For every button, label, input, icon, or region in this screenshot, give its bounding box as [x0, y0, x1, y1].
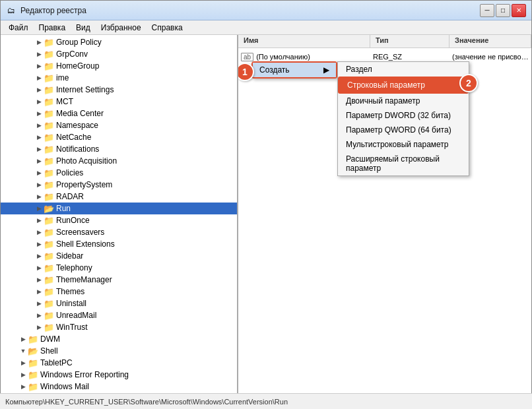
folder-icon: 📁 [44, 49, 54, 59]
folder-icon: 📁 [44, 179, 54, 190]
step-2-circle: 2 [459, 74, 478, 92]
tree-item-dwm[interactable]: ▶ 📁 DWM [1, 333, 237, 345]
menu-help[interactable]: Справка [147, 22, 188, 34]
folder-icon: 📁 [44, 132, 54, 142]
tree-item-photo-acquisition[interactable]: ▶ 📁 Photo Acquisition [1, 155, 237, 167]
folder-icon: 📁 [44, 310, 54, 321]
folder-icon: 📁 [44, 191, 54, 202]
tree-item-homegroup[interactable]: ▶ 📁 HomeGroup [1, 60, 237, 72]
tree-item-runonce[interactable]: ▶ 📁 RunOnce [1, 214, 237, 226]
folder-icon: 📁 [28, 369, 38, 380]
tree-item-mct[interactable]: ▶ 📁 MCT [1, 96, 237, 108]
folder-icon: 📁 [44, 239, 54, 249]
folder-icon: 📁 [44, 227, 54, 237]
folder-icon: 📁 [44, 73, 54, 83]
tree-item-shell[interactable]: ▼ 📂 Shell [1, 345, 237, 357]
minimize-button[interactable]: ─ [480, 4, 494, 17]
menu-favorites[interactable]: Избранное [96, 22, 147, 34]
submenu-item-expandable-param[interactable]: Расширяемый строковый параметр [338, 152, 469, 175]
reg-type-cell: REG_SZ [373, 53, 452, 61]
col-header-name: Имя [238, 35, 370, 47]
right-pane: Имя Тип Значение ab (По умолчанию) REG_S… [238, 35, 531, 394]
reg-value-cell: (значение не присвоено [452, 53, 529, 61]
folder-icon: 📁 [44, 84, 54, 95]
col-header-value: Значение [449, 35, 531, 47]
tree-item-thememanager[interactable]: ▶ 📁 ThemeManager [1, 274, 237, 286]
folder-icon: 📁 [44, 156, 54, 166]
tree-item-shell-extensions[interactable]: ▶ 📁 Shell Extensions [1, 238, 237, 250]
submenu-item-string-param[interactable]: Строковый параметр [338, 77, 469, 94]
step-1-circle: 1 [238, 63, 254, 81]
maximize-button[interactable]: □ [496, 4, 510, 17]
folder-icon: 📁 [44, 298, 54, 309]
submenu-item-multistring-param[interactable]: Мультистроковый параметр [338, 137, 469, 152]
tree-pane[interactable]: ▶ 📁 Group Policy ▶ 📁 GrpConv ▶ 📁 HomeGro… [1, 35, 238, 394]
tree-item-namespace[interactable]: ▶ 📁 Namespace [1, 119, 237, 131]
create-menu-item[interactable]: Создать ▶ [253, 63, 336, 77]
tree-item-screensavers[interactable]: ▶ 📁 Screensavers [1, 226, 237, 238]
submenu-item-qword-param[interactable]: Параметр QWORD (64 бита) [338, 123, 469, 137]
tree-item-propertysystem[interactable]: ▶ 📁 PropertySystem [1, 179, 237, 191]
app-icon: 🗂 [6, 5, 17, 16]
folder-icon: 📁 [44, 322, 54, 332]
tree-item-grpconv[interactable]: ▶ 📁 GrpConv [1, 48, 237, 60]
tree-item-media-center[interactable]: ▶ 📁 Media Center [1, 108, 237, 119]
folder-icon: 📁 [28, 381, 38, 392]
submenu-item-razdel[interactable]: Раздел [338, 62, 469, 77]
create-menu: Создать ▶ [251, 61, 337, 79]
tree-item-group-policy[interactable]: ▶ 📁 Group Policy [1, 36, 237, 48]
window-title: Редактор реестра [20, 6, 480, 15]
tree-item-themes[interactable]: ▶ 📁 Themes [1, 286, 237, 298]
status-bar: Компьютер\HKEY_CURRENT_USER\Software\Mic… [0, 393, 532, 409]
tree-item-tabletpc[interactable]: ▶ 📁 TabletPC [1, 357, 237, 369]
col-header-type: Тип [370, 35, 449, 47]
tree-item-unreadmail[interactable]: ▶ 📁 UnreadMail [1, 309, 237, 321]
tree-item-ime[interactable]: ▶ 📁 ime [1, 72, 237, 84]
folder-icon: 📂 [44, 203, 54, 214]
folder-icon: 📁 [44, 120, 54, 131]
status-path: Компьютер\HKEY_CURRENT_USER\Software\Mic… [5, 398, 288, 406]
folder-icon: 📁 [44, 286, 54, 297]
tree-item-windows-mail[interactable]: ▶ 📁 Windows Mail [1, 381, 237, 393]
tree-item-internet-settings[interactable]: ▶ 📁 Internet Settings [1, 84, 237, 96]
submenu-item-binary-param[interactable]: Двоичный параметр [338, 94, 469, 108]
column-headers: Имя Тип Значение [238, 35, 531, 48]
folder-icon: 📂 [28, 346, 38, 356]
close-button[interactable]: ✕ [512, 4, 526, 17]
tree-item-telephony[interactable]: ▶ 📁 Telephony [1, 262, 237, 274]
expand-icon: ▶ [35, 38, 43, 46]
submenu-arrow-icon: ▶ [323, 65, 329, 75]
folder-icon: 📁 [44, 251, 54, 261]
folder-icon: 📁 [44, 61, 54, 71]
folder-icon: 📁 [44, 108, 54, 119]
folder-icon: 📁 [44, 37, 54, 47]
submenu-item-dword-param[interactable]: Параметр DWORD (32 бита) [338, 108, 469, 123]
tree-item-wintrust[interactable]: ▶ 📁 WinTrust [1, 321, 237, 333]
submenu: 2 Раздел Строковый параметр Двоичный пар… [337, 61, 469, 176]
reg-name-cell: ab (По умолчанию) [241, 53, 373, 61]
tree-item-netcache[interactable]: ▶ 📁 NetCache [1, 131, 237, 143]
tree-item-policies[interactable]: ▶ 📁 Policies [1, 167, 237, 179]
menu-view[interactable]: Вид [71, 22, 96, 34]
main-content: ▶ 📁 Group Policy ▶ 📁 GrpConv ▶ 📁 HomeGro… [1, 35, 531, 394]
folder-icon: 📁 [44, 263, 54, 273]
tree-item-sidebar[interactable]: ▶ 📁 Sidebar [1, 250, 237, 262]
folder-icon: 📁 [44, 274, 54, 285]
menu-file[interactable]: Файл [3, 22, 34, 34]
context-menu-overlay: 1 Создать ▶ 2 Раздел Строковый па [245, 61, 337, 79]
folder-icon: 📁 [44, 168, 54, 178]
ab-badge: ab [241, 53, 253, 61]
menu-edit[interactable]: Правка [34, 22, 71, 34]
menu-bar: Файл Правка Вид Избранное Справка [1, 20, 531, 35]
tree-item-notifications[interactable]: ▶ 📁 Notifications [1, 143, 237, 155]
tree-item-uninstall[interactable]: ▶ 📁 Uninstall [1, 298, 237, 309]
folder-icon: 📁 [28, 334, 38, 344]
folder-icon: 📁 [44, 215, 54, 226]
folder-icon: 📁 [44, 96, 54, 107]
title-bar: 🗂 Редактор реестра ─ □ ✕ [1, 1, 531, 20]
window-controls: ─ □ ✕ [480, 4, 526, 17]
folder-icon: 📁 [44, 144, 54, 154]
tree-item-windows-error-reporting[interactable]: ▶ 📁 Windows Error Reporting [1, 369, 237, 381]
tree-item-run[interactable]: ▶ 📂 Run [1, 203, 237, 214]
tree-item-radar[interactable]: ▶ 📁 RADAR [1, 191, 237, 203]
